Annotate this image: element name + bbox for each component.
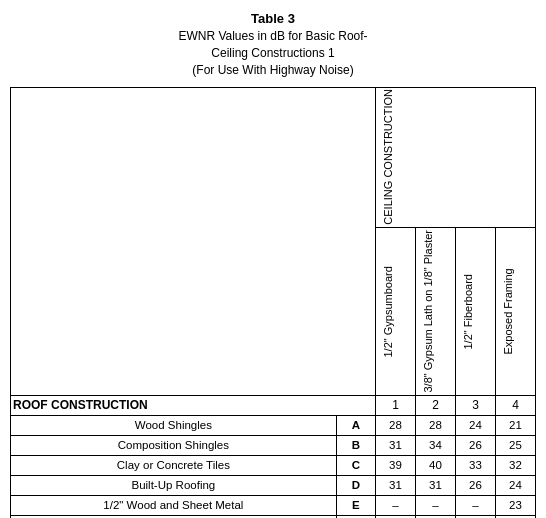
- row-label-4: 1/2" Wood and Sheet Metal: [11, 496, 337, 516]
- table-title-section: Table 3 EWNR Values in dB for Basic Roof…: [10, 10, 536, 79]
- row-val2-1: 34: [416, 436, 456, 456]
- col-num-1: 1: [376, 395, 416, 416]
- col2-header: 3/8" Gypsum Lath on 1/8" Plaster: [416, 228, 456, 396]
- row-val1-0: 28: [376, 416, 416, 436]
- row-val3-0: 24: [456, 416, 496, 436]
- row-code-0: A: [336, 416, 375, 436]
- row-code-3: D: [336, 476, 375, 496]
- table-row: Built-Up RoofingD31312624: [11, 476, 536, 496]
- table-row: Wood ShinglesA28282421: [11, 416, 536, 436]
- row-label-0: Wood Shingles: [11, 416, 337, 436]
- row-val3-3: 26: [456, 476, 496, 496]
- row-val4-1: 25: [496, 436, 536, 456]
- row-label-3: Built-Up Roofing: [11, 476, 337, 496]
- row-val3-1: 26: [456, 436, 496, 456]
- row-label-1: Composition Shingles: [11, 436, 337, 456]
- row-val2-0: 28: [416, 416, 456, 436]
- row-label-2: Clay or Concrete Tiles: [11, 456, 337, 476]
- table-row: Composition ShinglesB31342625: [11, 436, 536, 456]
- row-val1-4: –: [376, 496, 416, 516]
- row-val4-3: 24: [496, 476, 536, 496]
- main-table: CEILING CONSTRUCTION 1/2" Gypsumboard 3/…: [10, 87, 536, 518]
- col3-header: 1/2" Fiberboard: [456, 228, 496, 396]
- ceiling-construction-header: CEILING CONSTRUCTION: [376, 87, 536, 228]
- row-code-2: C: [336, 456, 375, 476]
- title-line3: Ceiling Constructions 1: [10, 45, 536, 62]
- row-val3-4: –: [456, 496, 496, 516]
- table-row: Clay or Concrete TilesC39403332: [11, 456, 536, 476]
- col4-header: Exposed Framing: [496, 228, 536, 396]
- row-code-1: B: [336, 436, 375, 456]
- row-val3-2: 33: [456, 456, 496, 476]
- row-val1-2: 39: [376, 456, 416, 476]
- title-line2: EWNR Values in dB for Basic Roof-: [10, 28, 536, 45]
- table-row: 1/2" Wood and Sheet MetalE–––23: [11, 496, 536, 516]
- row-val2-3: 31: [416, 476, 456, 496]
- row-val4-4: 23: [496, 496, 536, 516]
- row-val2-4: –: [416, 496, 456, 516]
- row-val4-2: 32: [496, 456, 536, 476]
- row-val2-2: 40: [416, 456, 456, 476]
- col-num-3: 3: [456, 395, 496, 416]
- col1-header: 1/2" Gypsumboard: [376, 228, 416, 396]
- roof-construction-label: ROOF CONSTRUCTION: [11, 395, 376, 416]
- row-val4-0: 21: [496, 416, 536, 436]
- row-val1-3: 31: [376, 476, 416, 496]
- row-val1-1: 31: [376, 436, 416, 456]
- col-num-4: 4: [496, 395, 536, 416]
- title-line1: Table 3: [10, 10, 536, 28]
- col-num-2: 2: [416, 395, 456, 416]
- row-code-4: E: [336, 496, 375, 516]
- title-line4: (For Use With Highway Noise): [10, 62, 536, 79]
